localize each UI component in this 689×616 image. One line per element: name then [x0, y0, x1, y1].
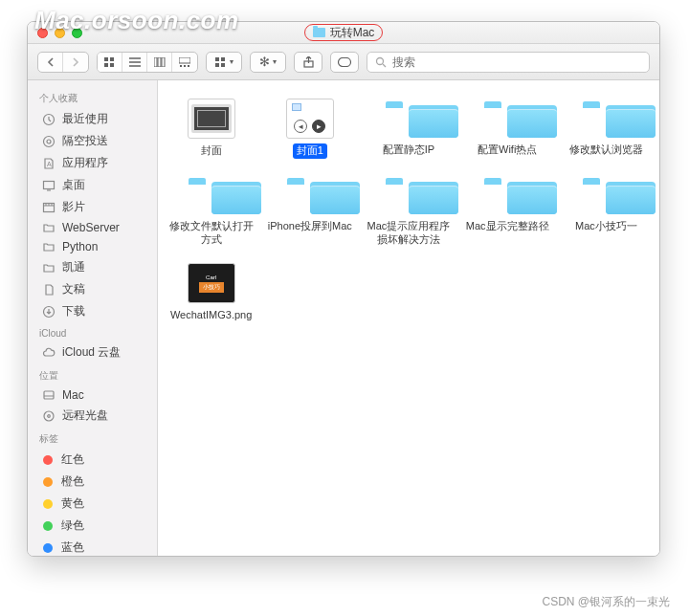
- sidebar-item-label: 红色: [61, 451, 84, 468]
- sidebar-item[interactable]: 影片: [28, 196, 157, 218]
- svg-rect-15: [221, 57, 225, 61]
- share-button[interactable]: [295, 53, 322, 72]
- zoom-button[interactable]: [72, 28, 82, 38]
- sidebar-item-label: 凯通: [62, 259, 85, 275]
- file-item[interactable]: 配置静态IP: [359, 96, 457, 159]
- gallery-view-button[interactable]: [172, 53, 197, 72]
- file-item-label: 配置Wifi热点: [474, 143, 541, 158]
- svg-line-21: [383, 64, 386, 67]
- window-title[interactable]: 玩转Mac: [304, 24, 384, 41]
- folder-icon: [581, 99, 631, 138]
- sidebar-item[interactable]: 隔空投送: [28, 130, 157, 152]
- tags-button[interactable]: [331, 53, 358, 72]
- content-area[interactable]: 封面◂▸封面1配置静态IP配置Wifi热点修改默认浏览器修改文件默认打开 方式i…: [158, 80, 659, 556]
- sidebar-item-label: 隔空投送: [62, 133, 108, 149]
- sidebar-item[interactable]: Mac: [28, 385, 157, 405]
- file-item[interactable]: Carl小技巧WechatIMG3.png: [162, 260, 260, 323]
- downloads-icon: [41, 305, 56, 319]
- svg-point-23: [43, 136, 54, 146]
- sidebar-item-label: Mac: [62, 388, 84, 402]
- sidebar-item-label: iCloud 云盘: [62, 344, 121, 361]
- action-button[interactable]: ✻ ▾: [251, 53, 285, 72]
- file-item-label: Mac提示应用程序 损坏解决方法: [364, 219, 455, 248]
- close-button[interactable]: [37, 28, 48, 38]
- folder-icon: [581, 176, 631, 214]
- sidebar-item[interactable]: 最近使用: [28, 108, 157, 130]
- folder-icon: [41, 261, 56, 275]
- file-item[interactable]: 封面: [162, 96, 260, 159]
- finder-window: 玩转Mac: [27, 21, 660, 557]
- file-item-label: iPhone投屏到Mac: [264, 219, 356, 234]
- svg-point-24: [47, 140, 51, 143]
- sidebar-item-label: 下载: [62, 303, 85, 319]
- sidebar-item[interactable]: iCloud 云盘: [28, 341, 157, 363]
- sidebar-header: 个人收藏: [28, 86, 157, 108]
- sidebar-item[interactable]: 下载: [28, 300, 157, 322]
- nav-group: [37, 52, 89, 73]
- sidebar-item-label: 蓝色: [61, 539, 84, 556]
- icon-view-button[interactable]: [98, 53, 122, 72]
- sidebar-item[interactable]: 远程光盘: [28, 405, 157, 427]
- file-item-label: Mac小技巧一: [571, 219, 641, 234]
- file-item[interactable]: 修改默认浏览器: [557, 96, 656, 159]
- list-view-button[interactable]: [122, 53, 147, 72]
- sidebar-item[interactable]: 蓝色: [28, 537, 157, 556]
- folder-icon: [482, 99, 532, 138]
- file-item-label: 封面1: [293, 143, 327, 159]
- file-item[interactable]: 修改文件默认打开 方式: [162, 172, 260, 248]
- sidebar-item-label: 最近使用: [62, 111, 108, 127]
- sidebar-item[interactable]: Python: [28, 237, 157, 256]
- file-item[interactable]: ◂▸封面1: [260, 96, 359, 159]
- clock-icon: [41, 113, 56, 126]
- sidebar-item-label: Python: [62, 240, 98, 253]
- svg-rect-12: [184, 65, 186, 67]
- sidebar-item-label: 影片: [62, 199, 85, 215]
- tag-dot-icon: [43, 521, 53, 531]
- svg-rect-1: [110, 57, 114, 61]
- folder-icon: [384, 99, 433, 138]
- sidebar-item[interactable]: 黄色: [28, 493, 157, 515]
- file-item[interactable]: Mac提示应用程序 损坏解决方法: [359, 172, 457, 248]
- forward-button[interactable]: [63, 53, 88, 72]
- folder-icon: [313, 28, 325, 37]
- tags-button-group: [330, 52, 359, 73]
- sidebar-item[interactable]: 红色: [28, 449, 157, 471]
- svg-text:A: A: [47, 161, 52, 167]
- svg-rect-17: [221, 63, 225, 67]
- arrange-group: ▾: [206, 52, 242, 73]
- sidebar-item[interactable]: 文稿: [28, 278, 157, 300]
- traffic-lights: [37, 28, 82, 38]
- sidebar-item[interactable]: WebServer: [28, 218, 157, 237]
- share-button-group: [294, 52, 322, 73]
- sidebar-item-label: 橙色: [61, 473, 84, 490]
- file-item[interactable]: iPhone投屏到Mac: [260, 172, 359, 248]
- minimize-button[interactable]: [55, 28, 65, 38]
- svg-rect-26: [43, 181, 54, 188]
- movies-icon: [41, 201, 56, 214]
- back-button[interactable]: [38, 53, 63, 72]
- sidebar-item-label: 黄色: [61, 495, 84, 512]
- sidebar-item[interactable]: 橙色: [28, 471, 157, 493]
- sidebar-item-label: WebServer: [62, 221, 120, 234]
- arrange-button[interactable]: ▾: [207, 53, 241, 72]
- window-title-text: 玩转Mac: [330, 25, 375, 41]
- column-view-button[interactable]: [147, 53, 172, 72]
- sidebar-item[interactable]: 桌面: [28, 174, 157, 196]
- sidebar-item-label: 桌面: [62, 177, 85, 193]
- tag-icon: [338, 57, 351, 67]
- svg-rect-13: [188, 65, 189, 67]
- search-box[interactable]: [367, 52, 650, 73]
- image-thumb-icon: [188, 99, 235, 139]
- search-input[interactable]: [392, 55, 641, 69]
- sidebar-item[interactable]: 凯通: [28, 256, 157, 278]
- sidebar-item[interactable]: 绿色: [28, 515, 157, 537]
- titlebar[interactable]: 玩转Mac: [28, 22, 659, 44]
- svg-rect-16: [215, 63, 219, 67]
- view-group: [97, 52, 198, 73]
- file-item[interactable]: Mac显示完整路径: [458, 172, 557, 248]
- svg-point-20: [377, 57, 384, 64]
- file-item[interactable]: 配置Wifi热点: [458, 96, 557, 159]
- file-item[interactable]: Mac小技巧一: [557, 172, 656, 248]
- sidebar-item[interactable]: A应用程序: [28, 152, 157, 174]
- sidebar-header: 位置: [28, 363, 157, 385]
